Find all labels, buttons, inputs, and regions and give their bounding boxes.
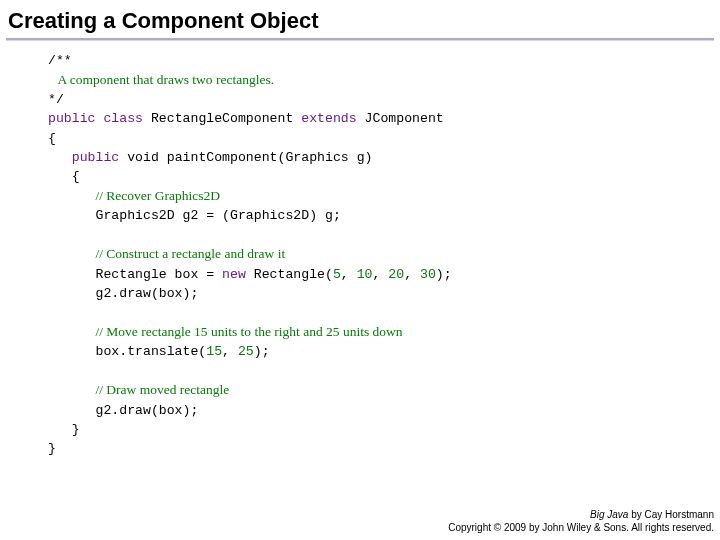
line-box-c: ); (436, 267, 452, 282)
kw-extends: extends (301, 111, 356, 126)
line-box-a: Rectangle box = (48, 267, 222, 282)
method-sig: paintComponent(Graphics g) (159, 150, 373, 165)
kw-new: new (222, 267, 246, 282)
comment-open: /** (48, 53, 72, 68)
line-trans-a: box.translate( (48, 344, 206, 359)
sep2: , (373, 267, 389, 282)
line-draw2: g2.draw(box); (48, 403, 198, 418)
line-trans-b: ); (254, 344, 270, 359)
comment-construct: // Construct a rectangle and draw it (95, 246, 285, 261)
footer: Big Java by Cay Horstmann Copyright © 20… (448, 509, 714, 534)
kw-public-1: public (48, 111, 95, 126)
brace-close-1: } (48, 422, 80, 437)
footer-byline: by Cay Horstmann (628, 509, 714, 520)
comment-close: */ (48, 92, 64, 107)
title-rule (6, 38, 714, 41)
brace-open-2: { (72, 169, 80, 184)
line-box-b: Rectangle( (246, 267, 333, 282)
class-name: RectangleComponent (143, 111, 301, 126)
kw-class: class (103, 111, 143, 126)
comment-recover: // Recover Graphics2D (95, 188, 219, 203)
comment-move: // Move rectangle 15 units to the right … (95, 324, 402, 339)
footer-copyright: Copyright © 2009 by John Wiley & Sons. A… (448, 522, 714, 533)
kw-void: void (119, 150, 159, 165)
comment-body: A component that draws two rectangles. (48, 72, 274, 87)
brace-close-2: } (48, 441, 56, 456)
sep3: , (404, 267, 420, 282)
comment-drawmoved: // Draw moved rectangle (95, 382, 229, 397)
num-20: 20 (388, 267, 404, 282)
sep1: , (341, 267, 357, 282)
super-name: JComponent (357, 111, 444, 126)
brace-open-1: { (48, 131, 56, 146)
num-5: 5 (333, 267, 341, 282)
line-draw1: g2.draw(box); (48, 286, 198, 301)
num-10: 10 (357, 267, 373, 282)
num-15: 15 (206, 344, 222, 359)
num-30: 30 (420, 267, 436, 282)
footer-book: Big Java (590, 509, 628, 520)
code-block: /** A component that draws two rectangle… (0, 51, 720, 458)
page-title: Creating a Component Object (0, 0, 720, 38)
num-25: 25 (238, 344, 254, 359)
line-g2: Graphics2D g2 = (Graphics2D) g; (48, 208, 341, 223)
kw-public-2: public (72, 150, 119, 165)
sep4: , (222, 344, 238, 359)
